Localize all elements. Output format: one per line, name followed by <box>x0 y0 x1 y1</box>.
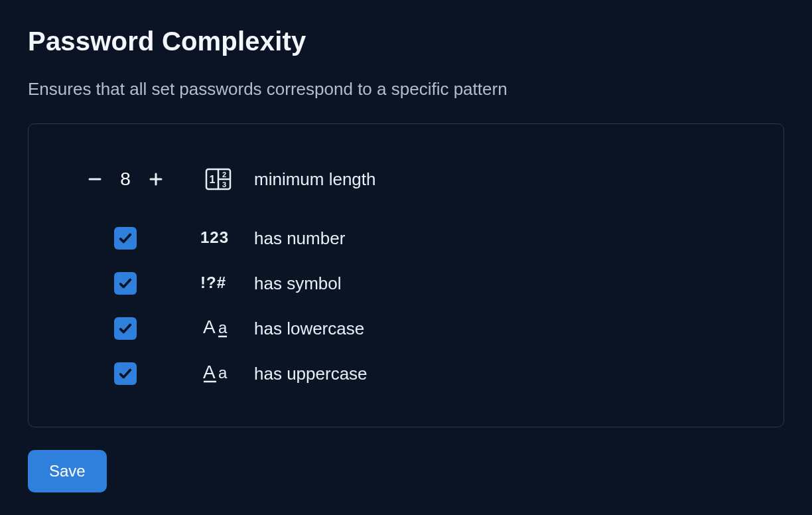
has-uppercase-label: has uppercase <box>245 364 753 384</box>
min-length-value: 8 <box>117 169 133 190</box>
svg-text:123: 123 <box>200 228 229 246</box>
plus-icon <box>148 171 164 187</box>
min-length-stepper: 8 <box>86 169 165 190</box>
check-icon <box>118 321 133 336</box>
has-symbol-label: has symbol <box>245 273 753 294</box>
page-subtitle: Ensures that all set passwords correspon… <box>28 79 784 100</box>
minus-icon <box>87 171 103 187</box>
row-has-number: 123 has number <box>59 216 753 261</box>
row-has-lowercase: A a has lowercase <box>59 306 753 351</box>
svg-text:a: a <box>218 364 228 382</box>
has-lowercase-checkbox[interactable] <box>114 317 137 340</box>
has-number-label: has number <box>245 228 753 249</box>
check-icon <box>118 366 133 381</box>
decrement-button[interactable] <box>86 170 104 188</box>
uppercase-icon: A a <box>202 362 235 385</box>
row-minimum-length: 8 1 2 3 minimum length <box>59 155 753 204</box>
symbol-icon: !?# <box>200 273 236 293</box>
lowercase-icon: A a <box>202 317 235 340</box>
min-length-label: minimum length <box>245 169 753 190</box>
length-icon: 1 2 3 <box>205 168 232 190</box>
check-icon <box>118 231 133 246</box>
svg-text:3: 3 <box>222 181 226 188</box>
has-number-checkbox[interactable] <box>114 227 137 250</box>
settings-panel: 8 1 2 3 minimum length <box>28 123 784 427</box>
increment-button[interactable] <box>147 170 165 188</box>
has-symbol-checkbox[interactable] <box>114 272 137 295</box>
row-has-symbol: !?# has symbol <box>59 261 753 306</box>
svg-text:A: A <box>203 317 216 337</box>
svg-text:1: 1 <box>210 174 216 185</box>
svg-text:a: a <box>218 319 228 336</box>
svg-text:A: A <box>203 362 216 382</box>
svg-text:2: 2 <box>222 171 226 179</box>
page-title: Password Complexity <box>28 27 784 56</box>
save-button[interactable]: Save <box>28 450 107 492</box>
row-has-uppercase: A a has uppercase <box>59 351 753 396</box>
number-icon: 123 <box>200 228 236 248</box>
has-lowercase-label: has lowercase <box>245 319 753 339</box>
has-uppercase-checkbox[interactable] <box>114 362 137 385</box>
check-icon <box>118 276 133 291</box>
svg-text:!?#: !?# <box>200 273 226 291</box>
